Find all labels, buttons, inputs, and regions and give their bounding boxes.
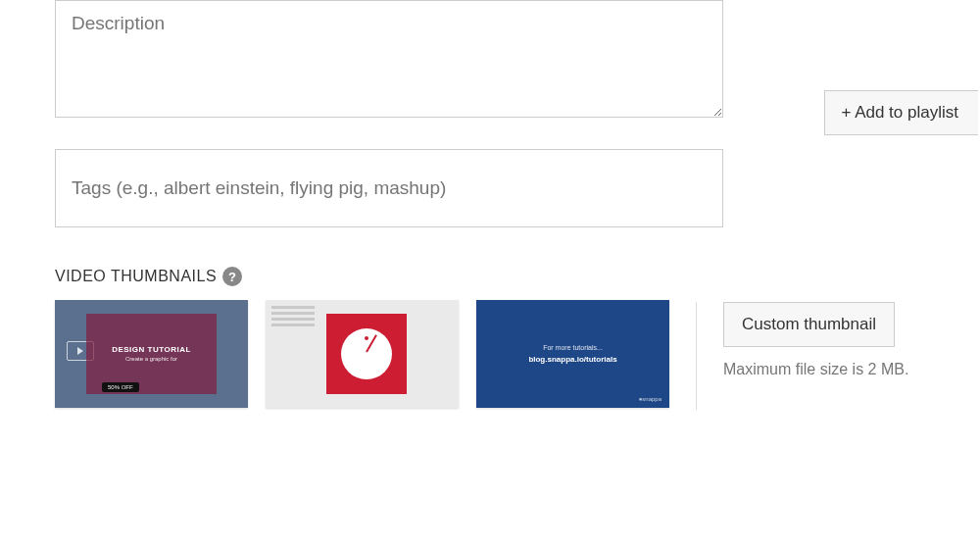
thumb1-subtitle: Create a graphic for <box>125 356 177 363</box>
thumb3-main: blog.snappa.io/tutorials <box>528 355 616 364</box>
thumbnail-options: DESIGN TUTORIAL Create a graphic for 50%… <box>55 300 723 408</box>
add-to-playlist-button[interactable]: + Add to playlist <box>824 90 978 135</box>
custom-thumbnail-button[interactable]: Custom thumbnail <box>723 302 895 347</box>
help-icon[interactable]: ? <box>222 267 242 286</box>
description-input[interactable] <box>55 0 723 118</box>
max-file-size-hint: Maximum file size is 2 MB. <box>723 361 908 378</box>
thumb1-title: DESIGN TUTORIAL <box>112 345 191 354</box>
clock-icon <box>341 328 392 379</box>
thumb2-ui-decor <box>271 306 315 326</box>
thumbnail-option-3[interactable]: For more tutorials... blog.snappa.io/tut… <box>476 300 669 408</box>
vertical-divider <box>696 302 697 410</box>
thumb3-brand: snappa <box>639 396 662 402</box>
thumbnail-option-2[interactable] <box>266 300 459 408</box>
thumb1-badge: 50% OFF <box>102 382 139 392</box>
thumbnails-heading: VIDEO THUMBNAILS <box>55 268 217 285</box>
thumbnail-option-1[interactable]: DESIGN TUTORIAL Create a graphic for 50%… <box>55 300 248 408</box>
thumb3-subtitle: For more tutorials... <box>543 344 603 351</box>
tags-input[interactable] <box>55 149 723 227</box>
